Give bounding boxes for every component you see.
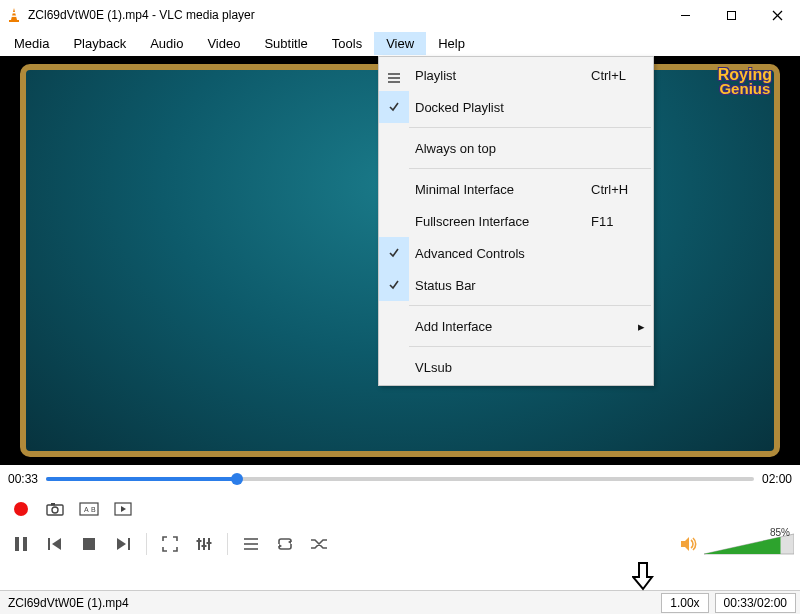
menu-item-label: Advanced Controls <box>409 246 653 261</box>
separator <box>227 533 228 555</box>
next-button[interactable] <box>108 530 138 558</box>
progress-row: 00:33 02:00 <box>0 465 800 493</box>
frame-step-button[interactable] <box>108 495 138 523</box>
svg-rect-13 <box>51 503 55 506</box>
svg-rect-31 <box>207 542 212 544</box>
svg-point-12 <box>52 507 58 513</box>
total-time[interactable]: 02:00 <box>762 472 792 486</box>
playback-speed[interactable]: 1.00x <box>661 593 708 613</box>
loop-button[interactable] <box>270 530 300 558</box>
status-time[interactable]: 00:33/02:00 <box>715 593 796 613</box>
view-menu-minimal-interface[interactable]: Minimal InterfaceCtrl+H <box>379 173 653 205</box>
elapsed-time[interactable]: 00:33 <box>8 472 38 486</box>
view-menu-status-bar[interactable]: Status Bar <box>379 269 653 301</box>
menu-accel: F11 <box>591 214 653 229</box>
watermark-line2: Genius <box>718 82 772 96</box>
menu-item-label: Docked Playlist <box>409 100 653 115</box>
shuffle-button[interactable] <box>304 530 334 558</box>
view-menu-dropdown[interactable]: PlaylistCtrl+LDocked PlaylistAlways on t… <box>378 56 654 386</box>
status-bar: ZCl69dVtW0E (1).mp4 1.00x 00:33/02:00 <box>0 590 800 614</box>
ext-settings-button[interactable] <box>189 530 219 558</box>
pause-icon <box>13 536 29 552</box>
equalizer-icon <box>196 537 212 551</box>
view-menu-add-interface[interactable]: Add Interface▸ <box>379 310 653 342</box>
menu-accel: Ctrl+H <box>591 182 653 197</box>
view-menu-fullscreen-interface[interactable]: Fullscreen InterfaceF11 <box>379 205 653 237</box>
shuffle-icon <box>310 537 328 551</box>
view-menu-vlsub[interactable]: VLsub <box>379 351 653 383</box>
stop-button[interactable] <box>74 530 104 558</box>
svg-rect-21 <box>48 538 50 550</box>
view-menu-always-on-top[interactable]: Always on top <box>379 132 653 164</box>
main-controls: 85% <box>0 525 800 563</box>
svg-marker-24 <box>117 538 126 550</box>
view-menu-advanced-controls[interactable]: Advanced Controls <box>379 237 653 269</box>
svg-text:A: A <box>84 506 89 513</box>
svg-rect-29 <box>197 540 202 542</box>
svg-rect-23 <box>83 538 95 550</box>
svg-rect-20 <box>23 537 27 551</box>
vlc-cone-icon <box>6 7 22 23</box>
menu-item-label: Status Bar <box>409 278 653 293</box>
loop-icon <box>276 537 294 551</box>
submenu-arrow-icon: ▸ <box>629 319 653 334</box>
check-icon <box>379 269 409 301</box>
svg-marker-35 <box>288 540 291 544</box>
skip-prev-icon <box>47 537 63 551</box>
window-controls <box>662 0 800 30</box>
minimize-button[interactable] <box>662 0 708 30</box>
svg-rect-27 <box>203 538 205 550</box>
fullscreen-button[interactable] <box>155 530 185 558</box>
menu-audio[interactable]: Audio <box>138 32 195 55</box>
svg-rect-26 <box>198 538 200 550</box>
loop-ab-icon: AB <box>79 501 99 517</box>
menu-video[interactable]: Video <box>195 32 252 55</box>
annotation-down-arrow-icon <box>632 561 654 591</box>
menu-tools[interactable]: Tools <box>320 32 374 55</box>
menu-bar: MediaPlaybackAudioVideoSubtitleToolsView… <box>0 30 800 56</box>
speaker-icon[interactable] <box>680 536 698 552</box>
playlist-icon <box>243 537 259 551</box>
svg-rect-3 <box>11 16 16 17</box>
maximize-button[interactable] <box>708 0 754 30</box>
separator <box>146 533 147 555</box>
menu-item-label: Add Interface <box>409 319 629 334</box>
menu-view[interactable]: View <box>374 32 426 55</box>
loop-ab-button[interactable]: AB <box>74 495 104 523</box>
svg-rect-1 <box>9 20 19 22</box>
menu-item-label: Playlist <box>409 68 591 83</box>
menu-help[interactable]: Help <box>426 32 477 55</box>
menu-media[interactable]: Media <box>2 32 61 55</box>
close-button[interactable] <box>754 0 800 30</box>
menu-separator <box>409 127 651 128</box>
view-menu-docked-playlist[interactable]: Docked Playlist <box>379 91 653 123</box>
svg-rect-2 <box>12 12 16 13</box>
seek-slider[interactable] <box>46 474 754 484</box>
title-bar: ZCl69dVtW0E (1).mp4 - VLC media player <box>0 0 800 30</box>
volume-slider[interactable]: 85% <box>704 529 794 559</box>
menu-item-label: Always on top <box>409 141 653 156</box>
svg-marker-36 <box>279 544 282 548</box>
snapshot-button[interactable] <box>40 495 70 523</box>
playlist-button[interactable] <box>236 530 266 558</box>
menu-subtitle[interactable]: Subtitle <box>252 32 319 55</box>
menu-item-label: Fullscreen Interface <box>409 214 591 229</box>
advanced-controls: AB <box>0 493 800 525</box>
menu-separator <box>409 168 651 169</box>
volume-percent-label: 85% <box>770 527 790 538</box>
svg-rect-5 <box>727 11 735 19</box>
pause-button[interactable] <box>6 530 36 558</box>
svg-rect-25 <box>128 538 130 550</box>
previous-button[interactable] <box>40 530 70 558</box>
window-title: ZCl69dVtW0E (1).mp4 - VLC media player <box>28 8 662 22</box>
view-menu-playlist[interactable]: PlaylistCtrl+L <box>379 59 653 91</box>
check-icon <box>379 91 409 123</box>
record-icon <box>14 502 28 516</box>
menu-playback[interactable]: Playback <box>61 32 138 55</box>
record-button[interactable] <box>6 495 36 523</box>
svg-marker-37 <box>681 537 689 551</box>
watermark: Roying Genius <box>718 68 772 96</box>
menu-item-label: VLsub <box>409 360 653 375</box>
svg-marker-0 <box>11 8 17 20</box>
svg-rect-19 <box>15 537 19 551</box>
